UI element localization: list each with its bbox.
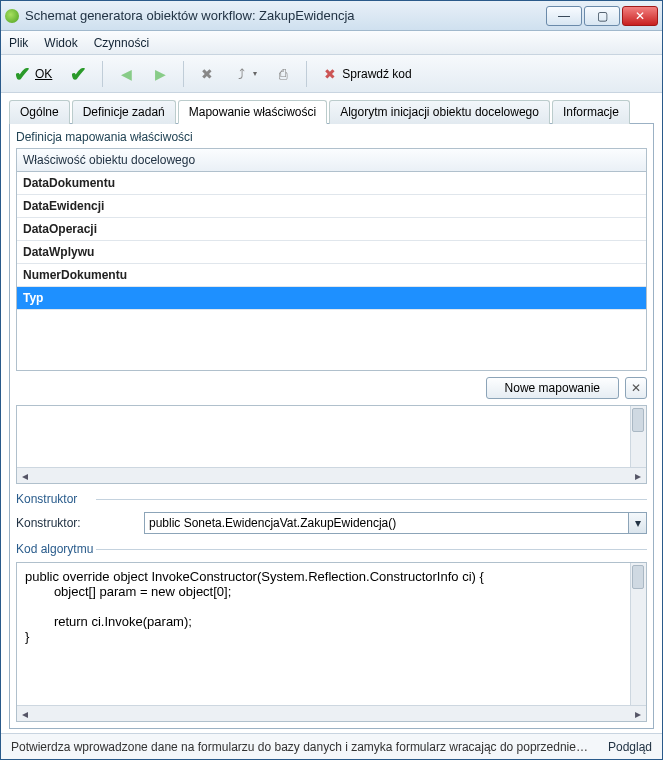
constructor-label: Konstruktor: [16,516,136,530]
export-button[interactable]: ⤴▾ [226,60,264,88]
toolbar: ✔ OK ✔ ◀ ▶ ✖ ⤴▾ ⎙ ✖ Sprawdź kod [1,55,662,93]
print-button[interactable]: ⎙ [268,60,298,88]
ok-label: OK [35,67,52,81]
grid-row[interactable]: Typ [17,287,646,310]
tab-strip: Ogólne Definicje zadań Mapowanie właściw… [9,99,654,124]
mapping-panel: Definicja mapowania właściwości Właściwo… [9,124,654,729]
separator [306,61,307,87]
menu-bar: Plik Widok Czynności [1,31,662,55]
gear-icon: ✖ [322,66,338,82]
window-buttons: — ▢ ✕ [546,6,658,26]
mapping-actions: Nowe mapowanie ✕ [16,377,647,399]
horizontal-scrollbar[interactable]: ◂▸ [17,705,646,721]
minimize-button[interactable]: — [546,6,582,26]
new-mapping-button[interactable]: Nowe mapowanie [486,377,619,399]
nav-forward-button[interactable]: ▶ [145,60,175,88]
status-message: Potwierdza wprowadzone dane na formularz… [11,740,594,754]
dropdown-button[interactable]: ▾ [628,513,646,533]
maximize-button[interactable]: ▢ [584,6,620,26]
grid-row[interactable]: DataEwidencji [17,195,646,218]
apply-button[interactable]: ✔ [63,60,94,88]
constructor-fieldset: Konstruktor Konstruktor: ▾ [16,492,647,534]
arrow-left-icon: ◀ [118,66,134,82]
scroll-right-icon[interactable]: ▸ [630,469,646,483]
scroll-left-icon[interactable]: ◂ [17,707,33,721]
printer-icon: ⎙ [275,66,291,82]
grid-row[interactable]: DataDokumentu [17,172,646,195]
x-icon: ✕ [631,381,641,395]
status-view-mode[interactable]: Podgląd [594,740,652,754]
tab-task-defs[interactable]: Definicje zadań [72,100,176,124]
code-fieldset: Kod algorytmu public override object Inv… [16,542,647,722]
scroll-left-icon[interactable]: ◂ [17,469,33,483]
grid-row[interactable]: DataWplywu [17,241,646,264]
constructor-combo[interactable]: ▾ [144,512,647,534]
constructor-legend: Konstruktor [16,492,647,506]
constructor-row: Konstruktor: ▾ [16,512,647,534]
grid-row[interactable]: NumerDokumentu [17,264,646,287]
code-editor[interactable]: public override object InvokeConstructor… [16,562,647,722]
check-code-label: Sprawdź kod [342,67,411,81]
export-icon: ⤴ [233,66,249,82]
check-icon: ✔ [14,62,31,86]
scroll-thumb[interactable] [632,565,644,589]
panel-title: Definicja mapowania właściwości [16,130,647,144]
mapping-detail-pane[interactable]: ◂▸ [16,405,647,484]
tab-mapping[interactable]: Mapowanie właściwości [178,100,327,124]
vertical-scrollbar[interactable] [630,563,646,705]
delete-mapping-button[interactable]: ✕ [625,377,647,399]
title-bar: Schemat generatora obiektów workflow: Za… [1,1,662,31]
menu-actions[interactable]: Czynności [94,36,149,50]
status-bar: Potwierdza wprowadzone dane na formularz… [1,733,662,759]
window-title: Schemat generatora obiektów workflow: Za… [25,8,546,23]
code-legend: Kod algorytmu [16,542,647,556]
constructor-input[interactable] [145,513,628,533]
ok-button[interactable]: ✔ OK [7,60,59,88]
nav-back-button[interactable]: ◀ [111,60,141,88]
menu-file[interactable]: Plik [9,36,28,50]
properties-grid: Właściwość obiektu docelowego DataDokume… [16,148,647,371]
horizontal-scrollbar[interactable]: ◂▸ [17,467,646,483]
code-text[interactable]: public override object InvokeConstructor… [17,563,646,650]
app-icon [5,9,19,23]
content-area: Ogólne Definicje zadań Mapowanie właściw… [1,93,662,733]
close-button[interactable]: ✕ [622,6,658,26]
scroll-thumb[interactable] [632,408,644,432]
scroll-right-icon[interactable]: ▸ [630,707,646,721]
tools-button[interactable]: ✖ [192,60,222,88]
check-icon: ✔ [70,62,87,86]
app-window: Schemat generatora obiektów workflow: Za… [0,0,663,760]
chevron-down-icon: ▾ [635,516,641,530]
menu-view[interactable]: Widok [44,36,77,50]
grid-row[interactable]: DataOperacji [17,218,646,241]
separator [102,61,103,87]
vertical-scrollbar[interactable] [630,406,646,467]
grid-empty-space [17,310,646,370]
check-code-button[interactable]: ✖ Sprawdź kod [315,60,418,88]
tab-general[interactable]: Ogólne [9,100,70,124]
grid-column-header[interactable]: Właściwość obiektu docelowego [17,149,646,172]
tab-init-algo[interactable]: Algorytm inicjacji obiektu docelowego [329,100,550,124]
separator [183,61,184,87]
tab-info[interactable]: Informacje [552,100,630,124]
arrow-right-icon: ▶ [152,66,168,82]
tools-icon: ✖ [199,66,215,82]
